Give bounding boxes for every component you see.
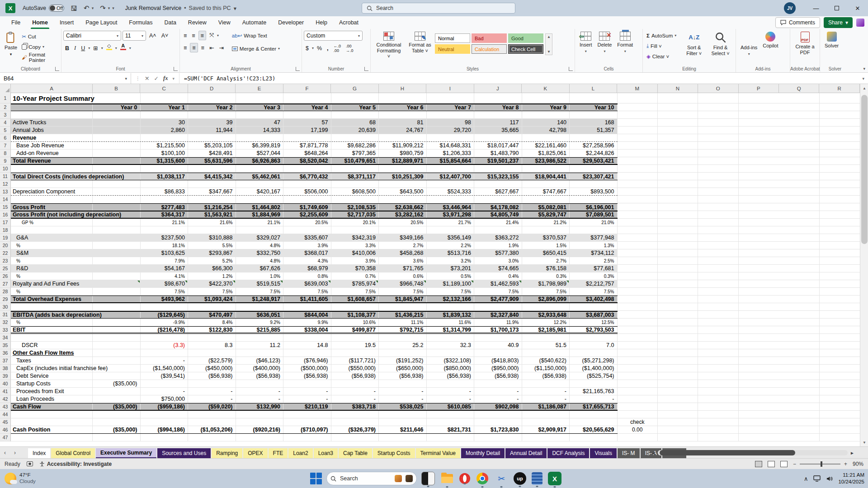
name-box[interactable]: B64▾ (0, 73, 131, 84)
cell[interactable]: ($994,186) (141, 426, 189, 433)
cell[interactable] (379, 134, 427, 141)
cell[interactable] (522, 434, 570, 441)
align-center-icon[interactable]: ≡ (190, 43, 198, 52)
cell[interactable] (331, 165, 379, 172)
scroll-down-icon[interactable]: ▼ (860, 438, 868, 446)
cell[interactable]: 8.4% (188, 319, 236, 326)
cell[interactable]: $383,718 (331, 404, 379, 410)
cell[interactable]: - (427, 395, 475, 403)
cell[interactable]: $1,700,173 (474, 327, 522, 333)
cell[interactable]: $1,723,830 (474, 426, 522, 433)
cell-label[interactable]: Taxes (11, 357, 93, 364)
cell[interactable]: $792,715 (379, 327, 427, 333)
cell[interactable] (379, 434, 427, 441)
formula-input[interactable]: =SUM('DCF Analysis'!C23:L23) (179, 75, 863, 82)
cell[interactable] (618, 196, 658, 203)
cell[interactable] (522, 134, 570, 141)
cell[interactable] (283, 434, 331, 441)
enter-icon[interactable]: ✓ (154, 75, 158, 82)
cell[interactable] (618, 372, 658, 380)
cell[interactable]: $8,371,117 (331, 173, 379, 180)
cell[interactable] (93, 219, 141, 226)
clipboard-dialog-launcher-icon[interactable] (55, 67, 59, 71)
cell-style-check-cell[interactable]: Check Cell (508, 44, 543, 54)
cell[interactable]: $1,464,802 (236, 204, 284, 211)
cell[interactable]: 51.5 (522, 342, 570, 349)
sheet-tab-global-control[interactable]: Global Control (51, 448, 95, 459)
cell[interactable]: ($540,622) (522, 357, 570, 364)
cell[interactable] (188, 418, 236, 426)
cell[interactable] (283, 226, 331, 234)
increase-decimal-icon[interactable]: ←.0.00 (332, 43, 343, 53)
redo-dropdown-icon[interactable]: ▾ (108, 6, 110, 10)
cell[interactable]: 7.5% (379, 288, 427, 295)
cell[interactable]: ($1,053,206) (188, 426, 236, 433)
cell[interactable] (474, 196, 522, 203)
cell[interactable] (618, 288, 658, 296)
cell[interactable]: ($56,938) (236, 372, 284, 380)
cell-label[interactable]: Royalty and Ad Fund Fees (11, 280, 93, 287)
cell[interactable]: $1,186,087 (522, 404, 570, 410)
ribbon-tab-formulas[interactable]: Formulas (123, 16, 158, 29)
cell[interactable]: $370,537 (522, 234, 570, 241)
row-header[interactable]: 23 (0, 257, 11, 265)
cell[interactable]: $4,415,342 (188, 173, 236, 180)
cell[interactable]: - (474, 388, 522, 395)
avatar[interactable]: JV (784, 2, 796, 14)
cell[interactable] (618, 249, 658, 257)
cell[interactable] (427, 434, 475, 441)
cell[interactable]: 7.5% (331, 288, 379, 295)
cell[interactable] (522, 411, 570, 418)
cell[interactable] (93, 280, 141, 287)
cell[interactable]: $77,681 (570, 265, 618, 272)
cell[interactable]: $2,896,099 (522, 296, 570, 302)
zoom-level[interactable]: 90% (853, 461, 863, 467)
cell[interactable] (283, 111, 331, 118)
paste-button[interactable]: Paste▾ (2, 31, 20, 57)
cell[interactable]: $74,665 (474, 265, 522, 272)
cell[interactable] (618, 380, 658, 388)
column-header-D[interactable]: D (188, 84, 236, 93)
cell[interactable]: $9,682,286 (331, 142, 379, 149)
cell[interactable] (570, 434, 618, 441)
accounting-format-icon[interactable]: $ (304, 43, 311, 53)
cell[interactable]: $67,626 (236, 265, 284, 272)
ribbon-tab-help[interactable]: Help (310, 16, 333, 29)
cell[interactable]: $377,948 (570, 234, 618, 241)
cell[interactable]: 17,199 (283, 127, 331, 134)
cell[interactable] (93, 312, 141, 318)
cell[interactable]: $2,909,917 (522, 426, 570, 433)
cell[interactable]: - (570, 395, 618, 403)
cell[interactable]: ($56,938) (379, 372, 427, 380)
cell[interactable]: $1,845,947 (379, 296, 427, 302)
cell[interactable] (427, 134, 475, 141)
cell[interactable]: $422,370 (188, 280, 236, 287)
cell[interactable] (93, 342, 141, 349)
cell[interactable] (570, 93, 618, 103)
ribbon-tab-page-layout[interactable]: Page Layout (80, 16, 123, 29)
cell[interactable]: 0.6% (379, 272, 427, 280)
cell[interactable]: ($1,400,000) (570, 365, 618, 372)
paste-dropdown-icon[interactable]: ▾ (10, 52, 12, 56)
cell[interactable] (93, 327, 141, 333)
cell[interactable] (188, 434, 236, 441)
cell[interactable] (618, 357, 658, 365)
cell[interactable]: Year 3 (236, 104, 284, 111)
increase-indent-icon[interactable]: ⇥ (217, 43, 225, 52)
cell[interactable]: - (379, 395, 427, 403)
ribbon-tab-file[interactable]: File (5, 16, 26, 29)
cell[interactable]: $19,501,237 (474, 158, 522, 164)
cell[interactable]: 3.2% (427, 257, 475, 264)
comments-button[interactable]: Comments (775, 17, 820, 28)
cell[interactable] (236, 303, 284, 310)
cell[interactable]: $15,854,664 (427, 158, 475, 164)
row-header[interactable]: 14 (0, 196, 11, 203)
cell[interactable]: $844,004 (283, 312, 331, 318)
cell[interactable] (474, 418, 522, 426)
cell[interactable]: ($129,645) (141, 312, 189, 318)
cell[interactable]: $750,000 (141, 395, 189, 403)
ribbon-tab-insert[interactable]: Insert (54, 16, 80, 29)
undo-dropdown-icon[interactable]: ▾ (92, 6, 94, 10)
cell-label[interactable]: EBITDA (adds back depreciation) (11, 312, 93, 318)
cell[interactable] (93, 188, 141, 195)
